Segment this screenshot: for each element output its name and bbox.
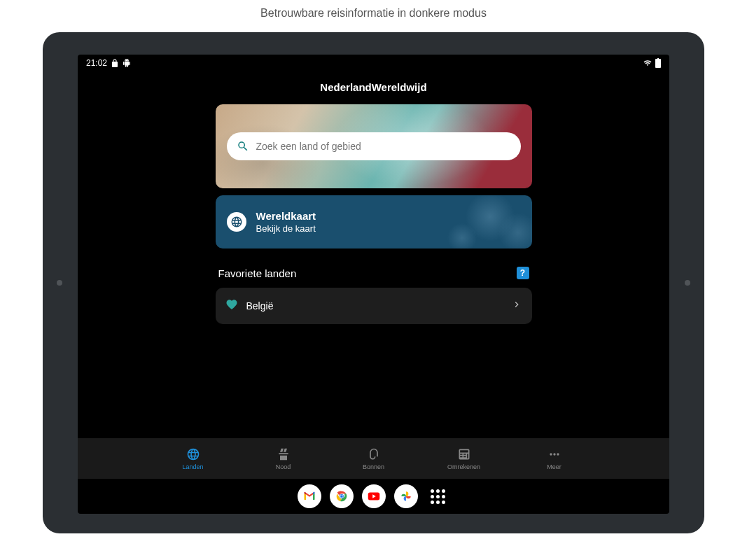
hero-card <box>216 104 532 188</box>
chevron-right-icon <box>511 299 522 313</box>
bottom-nav: Landen Nood Bonnen Omrekenen Meer <box>78 438 669 479</box>
nav-label: Nood <box>276 463 291 470</box>
wifi-icon <box>643 59 652 67</box>
map-card-title: Wereldkaart <box>256 210 316 222</box>
apps-grid-icon[interactable] <box>426 484 450 508</box>
favorites-section: Favoriete landen ? België <box>216 267 532 324</box>
globe-icon <box>186 447 200 461</box>
emergency-icon <box>277 447 291 461</box>
nav-label: Meer <box>547 463 561 470</box>
nav-item-countries[interactable]: Landen <box>172 447 214 470</box>
tablet-camera-left <box>57 280 62 286</box>
help-icon[interactable]: ? <box>517 267 529 279</box>
calculator-icon <box>457 447 471 461</box>
receipt-icon <box>367 447 381 461</box>
world-map-card[interactable]: Wereldkaart Bekijk de kaart <box>216 195 532 248</box>
android-icon <box>123 59 131 67</box>
screen: 21:02 NederlandWereldwijd <box>78 55 669 514</box>
svg-point-3 <box>340 495 343 498</box>
nav-label: Omrekenen <box>447 463 480 470</box>
search-bar[interactable] <box>227 132 521 160</box>
app-title: NederlandWereldwijd <box>78 71 669 104</box>
youtube-icon[interactable] <box>362 484 386 508</box>
search-input[interactable] <box>256 141 511 152</box>
main-content: Wereldkaart Bekijk de kaart Favoriete la… <box>78 104 669 438</box>
battery-icon <box>655 58 661 68</box>
favorites-heading: Favoriete landen <box>218 267 297 279</box>
nav-item-emergency[interactable]: Nood <box>263 447 305 470</box>
favorite-item[interactable]: België <box>216 288 532 324</box>
tablet-frame: 21:02 NederlandWereldwijd <box>43 32 704 533</box>
nav-label: Bonnen <box>363 463 384 470</box>
heart-icon <box>225 298 238 314</box>
nav-item-convert[interactable]: Omrekenen <box>443 447 485 470</box>
system-dock <box>78 479 669 514</box>
nav-item-receipts[interactable]: Bonnen <box>353 447 395 470</box>
more-icon <box>547 447 561 461</box>
screenshot-caption: Betrouwbare reisinformatie in donkere mo… <box>260 7 487 20</box>
statusbar-time: 21:02 <box>86 58 107 68</box>
favorite-item-label: België <box>246 300 503 312</box>
nav-item-more[interactable]: Meer <box>533 447 575 470</box>
chrome-icon[interactable] <box>330 484 354 508</box>
lock-icon <box>111 59 118 67</box>
tablet-camera-right <box>685 280 690 286</box>
globe-icon <box>227 212 246 232</box>
photos-icon[interactable] <box>394 484 418 508</box>
nav-label: Landen <box>182 463 203 470</box>
magnifier-icon <box>237 140 249 153</box>
gmail-icon[interactable] <box>298 484 321 508</box>
map-card-subtitle: Bekijk de kaart <box>256 223 316 234</box>
statusbar: 21:02 <box>78 55 669 71</box>
